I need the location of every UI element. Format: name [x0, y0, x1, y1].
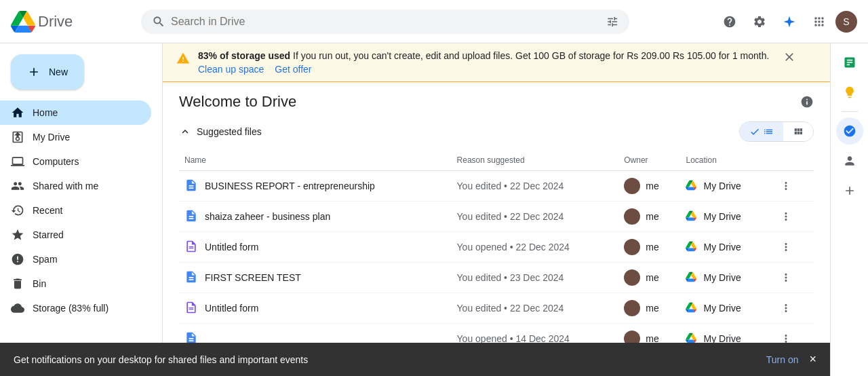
- my-drive-icon: [11, 130, 24, 144]
- file-name-text: Untitled form: [205, 242, 258, 252]
- file-owner-cell: me: [618, 202, 680, 232]
- grid-icon: [793, 126, 804, 137]
- sidebar-item-starred[interactable]: Starred: [0, 223, 151, 247]
- file-owner-cell: me: [618, 263, 680, 293]
- file-more-button[interactable]: [775, 206, 797, 227]
- sidebar-item-spam[interactable]: Spam: [0, 247, 151, 271]
- file-name-cell: Untitled form: [179, 232, 452, 263]
- search-bar[interactable]: [141, 10, 629, 34]
- location-drive-icon: [686, 302, 698, 314]
- sidebar: New Home My Drive Computers: [0, 43, 163, 376]
- reason-text: You edited • 22 Dec 2024: [457, 181, 564, 191]
- sidebar-item-bin[interactable]: Bin: [0, 271, 151, 296]
- owner-text: me: [646, 211, 658, 222]
- add-icon: [843, 184, 856, 198]
- right-panel: 83% of storage used If you run out, you …: [163, 43, 830, 376]
- sidebar-item-computers[interactable]: Computers: [0, 149, 151, 174]
- table-row[interactable]: Untitled form You edited • 22 Dec 2024 m…: [179, 293, 814, 324]
- file-more-button[interactable]: [775, 267, 797, 288]
- grid-view-button[interactable]: [783, 122, 813, 141]
- storage-warning-banner: 83% of storage used If you run out, you …: [163, 43, 830, 82]
- sidebar-label-home: Home: [33, 107, 58, 118]
- check-icon: [749, 126, 760, 137]
- location-text: My Drive: [703, 181, 741, 191]
- file-name-cell: Untitled form: [179, 293, 452, 324]
- file-more-cell: [770, 232, 814, 263]
- sidebar-item-home[interactable]: Home: [0, 100, 151, 125]
- new-button-label: New: [49, 67, 68, 77]
- owner-text: me: [646, 303, 658, 314]
- recent-icon: [11, 204, 24, 217]
- location-drive-icon: [686, 210, 698, 223]
- plus-icon: [27, 65, 41, 79]
- file-name-text: shaiza zaheer - business plan: [205, 211, 330, 222]
- list-view-button[interactable]: [740, 122, 783, 141]
- new-button[interactable]: New: [11, 54, 84, 90]
- gemini-button[interactable]: [776, 8, 803, 35]
- file-name-cell: BUSINESS REPORT - entrepreneurship: [179, 171, 452, 202]
- get-offer-link[interactable]: Get offer: [275, 64, 311, 75]
- help-button[interactable]: [716, 8, 743, 35]
- tasks-icon: [843, 124, 856, 138]
- avatar[interactable]: S: [835, 11, 857, 33]
- table-row[interactable]: shaiza zaheer - business plan You edited…: [179, 202, 814, 232]
- table-row[interactable]: Untitled form You opened • 22 Dec 2024 m…: [179, 232, 814, 263]
- right-sidebar-sheets-button[interactable]: [836, 49, 863, 76]
- right-sidebar-divider: [842, 111, 858, 112]
- warning-price-old: Rs 209.00: [627, 50, 670, 61]
- right-sidebar-keep-button[interactable]: [836, 79, 863, 106]
- col-name: Name: [179, 150, 452, 171]
- file-more-button[interactable]: [775, 297, 797, 319]
- file-type-icon: [184, 270, 198, 286]
- file-more-button[interactable]: [775, 236, 797, 258]
- file-owner-cell: me: [618, 171, 680, 202]
- sidebar-item-recent[interactable]: Recent: [0, 198, 151, 223]
- location-drive-icon: [686, 241, 698, 253]
- col-actions: [770, 150, 814, 171]
- right-sidebar-contacts-button[interactable]: [836, 147, 863, 174]
- right-sidebar: [830, 43, 868, 376]
- location-text: My Drive: [703, 272, 741, 283]
- settings-button[interactable]: [746, 8, 773, 35]
- view-toggles: [739, 121, 814, 142]
- svg-rect-3: [189, 309, 194, 309]
- notification-close-button[interactable]: ×: [809, 352, 816, 366]
- app-name: Drive: [38, 13, 73, 31]
- sidebar-item-storage[interactable]: Storage (83% full): [0, 296, 151, 320]
- file-type-icon: [184, 240, 198, 255]
- turn-on-button[interactable]: Turn on: [766, 354, 799, 365]
- search-input[interactable]: [171, 16, 601, 28]
- file-more-cell: [770, 171, 814, 202]
- file-name-text: BUSINESS REPORT - entrepreneurship: [205, 181, 375, 191]
- notification-bar: Get notifications on your desktop for sh…: [0, 343, 830, 376]
- file-more-cell: [770, 293, 814, 324]
- warning-bold-text: 83% of storage used: [198, 50, 290, 61]
- suggested-label[interactable]: Suggested files: [179, 126, 262, 138]
- file-name-text: FIRST SCREEN TEST: [205, 272, 301, 283]
- keep-icon: [843, 86, 856, 99]
- apps-button[interactable]: [806, 8, 833, 35]
- sidebar-item-my-drive[interactable]: My Drive: [0, 125, 151, 149]
- file-more-button[interactable]: [775, 175, 797, 197]
- file-owner-cell: me: [618, 293, 680, 324]
- warning-close-button[interactable]: [783, 50, 796, 66]
- owner-text: me: [646, 181, 658, 191]
- clean-up-space-link[interactable]: Clean up space: [198, 64, 264, 75]
- starred-icon: [11, 228, 24, 242]
- info-icon[interactable]: [800, 95, 814, 109]
- table-header-row: Name Reason suggested Owner Location: [179, 150, 814, 171]
- owner-text: me: [646, 272, 658, 283]
- sidebar-label-storage: Storage (83% full): [33, 303, 108, 314]
- file-type-icon: [184, 301, 198, 316]
- warning-links: Clean up space Get offer: [198, 64, 769, 75]
- contacts-icon: [843, 154, 856, 168]
- table-row[interactable]: FIRST SCREEN TEST You edited • 23 Dec 20…: [179, 263, 814, 293]
- right-sidebar-add-button[interactable]: [836, 177, 863, 204]
- right-sidebar-tasks-button[interactable]: [836, 117, 863, 145]
- home-icon: [11, 106, 24, 119]
- search-tune-icon[interactable]: [606, 15, 618, 29]
- table-row[interactable]: BUSINESS REPORT - entrepreneurship You e…: [179, 171, 814, 202]
- sidebar-item-shared-with-me[interactable]: Shared with me: [0, 174, 151, 198]
- content-header: Welcome to Drive: [179, 93, 814, 111]
- col-owner: Owner: [618, 150, 680, 171]
